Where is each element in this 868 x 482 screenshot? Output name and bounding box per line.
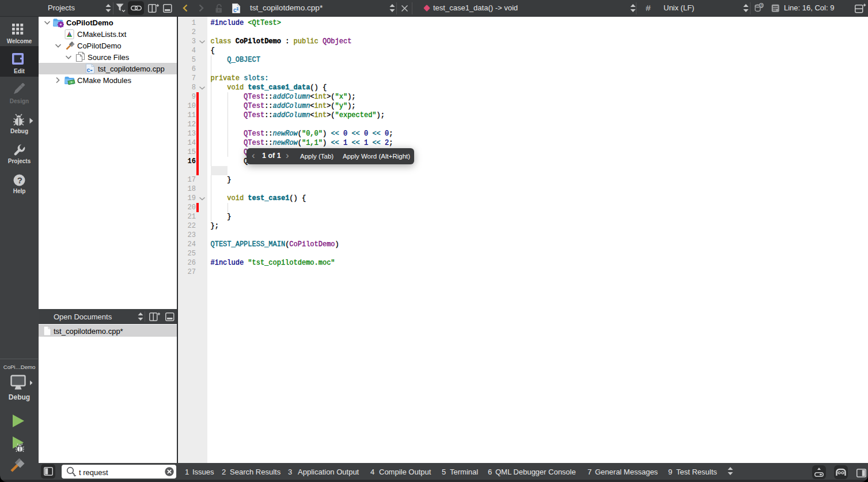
svg-text:c: c	[233, 7, 237, 13]
svg-text:(): ()	[760, 3, 763, 8]
svg-text:c: c	[87, 66, 90, 73]
svg-text:?: ?	[17, 175, 22, 185]
